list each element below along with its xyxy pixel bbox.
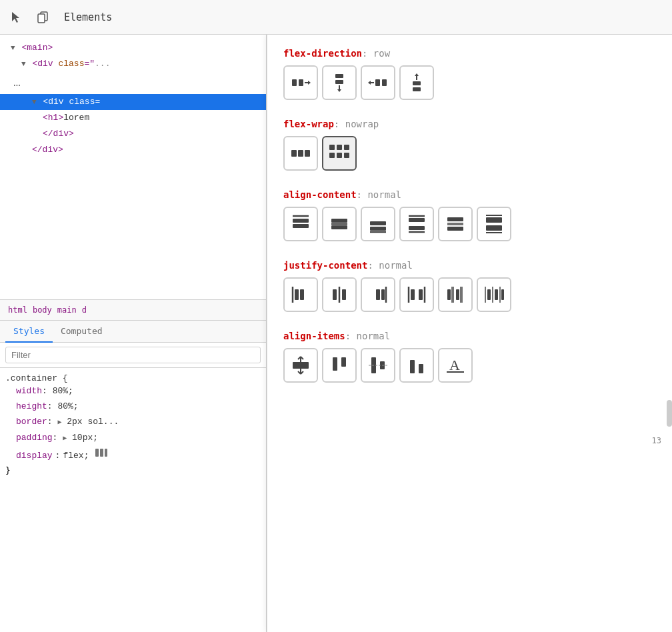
svg-rect-13: [382, 79, 387, 86]
ac-end-button[interactable]: [361, 207, 395, 241]
cursor-icon[interactable]: [5, 7, 27, 28]
svg-rect-87: [410, 360, 415, 373]
svg-rect-29: [344, 153, 349, 158]
svg-rect-32: [293, 224, 309, 228]
elements-tab-label[interactable]: Elements: [59, 9, 117, 26]
svg-rect-57: [376, 289, 380, 300]
svg-rect-52: [295, 289, 299, 300]
filter-area: [0, 343, 266, 368]
svg-rect-49: [486, 225, 502, 231]
tree-h1[interactable]: <h1>lorem: [0, 110, 266, 126]
ac-space-around-button[interactable]: [438, 207, 473, 241]
breadcrumb-d[interactable]: d: [79, 304, 89, 316]
svg-rect-71: [487, 289, 491, 300]
breadcrumb-body[interactable]: body: [30, 304, 55, 316]
tree-div1[interactable]: ▼ <div class="...: [0, 56, 266, 72]
ai-baseline-button[interactable]: A: [438, 348, 473, 383]
svg-marker-8: [308, 81, 311, 85]
align-content-buttons: [283, 207, 656, 241]
svg-rect-48: [486, 217, 502, 223]
filter-input[interactable]: [5, 347, 261, 363]
jc-space-around-button[interactable]: [438, 277, 473, 312]
breadcrumb-html[interactable]: html: [5, 304, 30, 316]
svg-rect-1: [38, 14, 45, 23]
svg-text:A: A: [449, 357, 460, 373]
html-tree: ▼ <main> ▼ <div class="... … ▼ <div clas…: [0, 35, 266, 299]
justify-content-section: justify-content: normal: [283, 260, 656, 312]
fd-row-reverse-button[interactable]: [361, 65, 395, 100]
jc-end-button[interactable]: [361, 277, 395, 312]
svg-rect-33: [331, 219, 347, 223]
scrollbar[interactable]: [667, 400, 672, 427]
fw-wrap-button[interactable]: [322, 136, 357, 171]
align-content-section: align-content: normal: [283, 189, 656, 241]
jc-space-evenly-button[interactable]: [477, 277, 511, 312]
elements-panel: ▼ <main> ▼ <div class="... … ▼ <div clas…: [0, 35, 267, 632]
svg-rect-22: [298, 150, 303, 157]
ac-stretch-button[interactable]: [477, 207, 511, 241]
svg-rect-14: [375, 79, 380, 86]
svg-marker-16: [368, 81, 371, 85]
tree-main[interactable]: ▼ <main>: [0, 40, 266, 56]
fd-column-button[interactable]: [322, 65, 357, 100]
bottom-tabs: Styles Computed: [0, 321, 266, 343]
align-items-buttons: A: [283, 348, 656, 383]
svg-rect-82: [333, 357, 337, 371]
css-prop-border[interactable]: border: ▶ 2px sol...: [5, 414, 261, 429]
css-prop-display[interactable]: display: flex;: [5, 445, 261, 465]
svg-rect-9: [335, 74, 343, 78]
fd-col-reverse-button[interactable]: [399, 65, 434, 100]
svg-rect-58: [381, 289, 385, 300]
toolbar: Elements: [0, 0, 672, 35]
breadcrumb-main[interactable]: main: [55, 304, 79, 316]
svg-rect-56: [342, 289, 346, 300]
ac-space-between-button[interactable]: [399, 207, 434, 241]
jc-center-button[interactable]: [322, 277, 357, 312]
svg-rect-27: [329, 153, 335, 158]
svg-rect-5: [292, 79, 297, 86]
svg-rect-26: [344, 145, 349, 150]
svg-rect-31: [293, 219, 309, 223]
tree-close-div1[interactable]: </div>: [0, 126, 266, 142]
tab-computed[interactable]: Computed: [53, 321, 111, 343]
ai-center-button[interactable]: [361, 348, 395, 383]
flex-wrap-buttons: [283, 136, 656, 171]
copy-dom-icon[interactable]: [32, 7, 53, 28]
css-selector: .container {: [5, 373, 261, 383]
flexbox-panel: flex-direction: row: [267, 35, 672, 632]
svg-rect-24: [329, 145, 335, 150]
flex-direction-label: flex-direction: row: [283, 48, 656, 59]
svg-rect-46: [447, 227, 463, 231]
svg-rect-62: [419, 289, 423, 300]
svg-rect-21: [291, 150, 297, 157]
svg-rect-4: [105, 449, 107, 457]
tree-div2[interactable]: ▼ <div class=: [0, 94, 266, 110]
svg-rect-54: [333, 289, 337, 300]
css-prop-height[interactable]: height: 80%;: [5, 399, 261, 414]
jc-space-between-button[interactable]: [399, 277, 434, 312]
svg-rect-61: [411, 289, 415, 300]
ac-center-button[interactable]: [322, 207, 357, 241]
ai-flex-start-button[interactable]: [322, 348, 357, 383]
tree-close-div2[interactable]: </div>: [0, 142, 266, 158]
svg-rect-28: [337, 153, 342, 158]
svg-rect-2: [95, 449, 99, 457]
svg-rect-43: [447, 217, 463, 221]
css-close-brace: }: [5, 465, 261, 475]
tree-dots[interactable]: …: [0, 72, 266, 94]
tab-styles[interactable]: Styles: [5, 321, 53, 343]
svg-rect-83: [341, 357, 346, 367]
fd-row-button[interactable]: [283, 65, 318, 100]
triangle-main: ▼: [11, 44, 15, 52]
svg-rect-35: [331, 225, 347, 229]
flex-display-icon[interactable]: [94, 445, 109, 465]
svg-rect-67: [456, 289, 459, 300]
ai-stretch-button[interactable]: [283, 348, 318, 383]
jc-start-button[interactable]: [283, 277, 318, 312]
ai-flex-end-button[interactable]: [399, 348, 434, 383]
fw-nowrap-button[interactable]: [283, 136, 318, 171]
svg-rect-25: [337, 145, 342, 150]
css-prop-padding[interactable]: padding: ▶ 10px;: [5, 430, 261, 445]
ac-start-button[interactable]: [283, 207, 318, 241]
css-prop-width[interactable]: width: 80%;: [5, 383, 261, 399]
